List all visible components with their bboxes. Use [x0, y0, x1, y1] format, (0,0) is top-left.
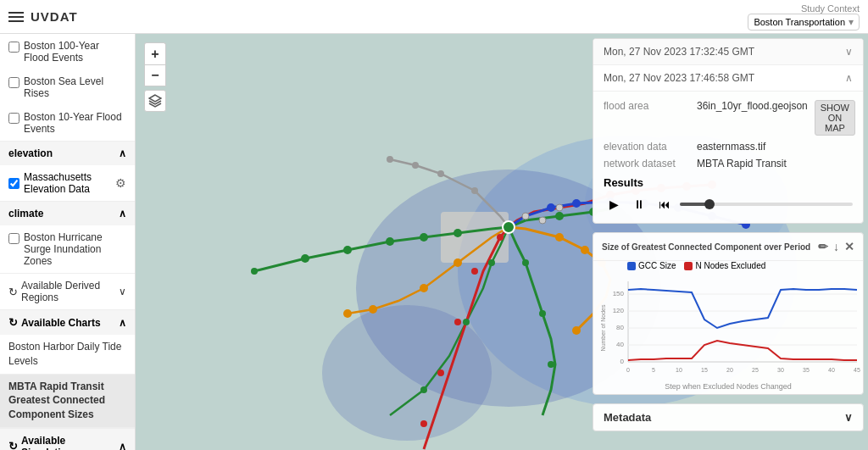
sidebar-chart-rapid-transit[interactable]: MBTA Rapid Transit Greatest Connected Co…	[0, 375, 135, 428]
sidebar-datasets-section: Boston 100-Year Flood Events Boston Sea …	[0, 34, 135, 142]
svg-point-25	[420, 284, 428, 292]
chevron-up-icon: ∧	[119, 147, 126, 159]
svg-point-28	[572, 326, 581, 335]
show-on-map-button[interactable]: SHOW ON MAP	[815, 100, 855, 136]
elevation-data-row: elevation data easternmass.tif	[604, 141, 853, 153]
svg-point-49	[412, 162, 419, 169]
chevron-up-icon: ∧	[119, 317, 126, 329]
study-context-select[interactable]: Boston Transportation ▾	[748, 14, 860, 31]
checkbox-boston-sea-level[interactable]	[8, 77, 19, 88]
svg-text:0: 0	[626, 367, 630, 373]
svg-text:80: 80	[616, 324, 624, 331]
svg-point-17	[488, 259, 495, 266]
legend-dot-nodes	[684, 262, 693, 270]
layers-button[interactable]	[144, 90, 166, 112]
svg-point-37	[437, 369, 444, 376]
study-context: Study Context Boston Transportation ▾	[748, 3, 860, 31]
results-header: Results	[604, 176, 853, 189]
svg-point-6	[386, 237, 394, 246]
svg-point-21	[555, 233, 564, 242]
svg-point-7	[420, 233, 428, 242]
sidebar-item-boston-sea-level[interactable]: Boston Sea Level Rises	[0, 69, 135, 105]
svg-point-46	[471, 187, 478, 194]
svg-text:5: 5	[652, 367, 655, 373]
zoom-out-button[interactable]: −	[144, 64, 166, 86]
svg-text:45: 45	[854, 367, 860, 373]
time-row-expanded[interactable]: Mon, 27 Nov 2023 17:46:58 GMT ∧	[593, 65, 863, 92]
svg-point-13	[343, 246, 352, 254]
svg-point-19	[420, 386, 427, 393]
svg-text:30: 30	[777, 367, 784, 373]
sidebar-chart-harbor-tide[interactable]: Boston Harbor Daily Tide Levels	[0, 335, 135, 375]
playback-controls: ▶ ⏸ ⏮	[604, 194, 853, 214]
chart-header-actions: ✏ ↓ ✕	[818, 240, 854, 253]
sidebar-charts-header[interactable]: ↻ Available Charts ∧	[0, 310, 135, 335]
svg-point-40	[572, 199, 581, 208]
svg-text:120: 120	[613, 307, 625, 314]
svg-point-18	[463, 319, 470, 325]
play-button[interactable]: ▶	[604, 194, 624, 214]
svg-text:25: 25	[752, 367, 759, 373]
sidebar-elevation-header[interactable]: elevation ∧	[0, 142, 135, 165]
topbar: UVDAT Study Context Boston Transportatio…	[0, 0, 868, 34]
gear-icon[interactable]: ⚙	[115, 176, 126, 190]
svg-point-24	[453, 258, 462, 267]
flood-area-row: flood area 36in_10yr_flood.geojson SHOW …	[604, 100, 853, 136]
svg-text:15: 15	[701, 367, 708, 373]
svg-point-39	[547, 203, 555, 212]
sidebar: Boston 100-Year Flood Events Boston Sea …	[0, 34, 136, 450]
svg-point-35	[471, 268, 478, 275]
svg-point-8	[453, 229, 462, 237]
refresh-icon: ↻	[8, 440, 18, 450]
download-icon[interactable]: ↓	[833, 240, 839, 253]
svg-point-12	[301, 254, 309, 263]
svg-point-38	[420, 420, 427, 427]
map-area[interactable]: + − Mon, 27 Nov 2023 17:32:45 GMT ∨ Mon,…	[136, 34, 868, 450]
sidebar-item-hurricane[interactable]: Boston Hurricane Surge Inundation Zones	[0, 225, 135, 273]
timeline-progress	[680, 203, 706, 206]
svg-point-10	[555, 212, 564, 220]
svg-text:20: 20	[726, 367, 733, 373]
time-row-collapsed[interactable]: Mon, 27 Nov 2023 17:32:45 GMT ∨	[593, 39, 863, 65]
checkbox-boston-10yr[interactable]	[8, 113, 19, 124]
chart-header: Size of Greatest Connected Component ove…	[593, 233, 863, 261]
checkbox-ma-elevation[interactable]	[8, 178, 19, 189]
hamburger-menu[interactable]	[8, 12, 24, 22]
timeline-bar[interactable]	[680, 203, 853, 206]
svg-point-52	[556, 204, 563, 211]
svg-point-14	[522, 259, 529, 266]
checkbox-hurricane[interactable]	[8, 233, 19, 244]
chevron-down-icon: ▾	[849, 16, 854, 28]
svg-point-36	[454, 319, 461, 325]
svg-text:0: 0	[620, 358, 625, 365]
app-title: UVDAT	[31, 9, 78, 24]
sidebar-item-boston-10yr[interactable]: Boston 10-Year Flood Events	[0, 105, 135, 141]
svg-text:10: 10	[676, 367, 682, 373]
svg-point-20	[251, 268, 258, 275]
svg-text:40: 40	[828, 367, 835, 373]
chevron-up-icon: ∧	[119, 441, 126, 450]
zoom-in-button[interactable]: +	[144, 42, 166, 64]
legend-nodes: N Nodes Excluded	[684, 261, 765, 270]
svg-point-27	[343, 309, 352, 318]
timeline-thumb	[704, 199, 715, 209]
sidebar-climate-section: climate ∧ Boston Hurricane Surge Inundat…	[0, 202, 135, 274]
pause-button[interactable]: ⏸	[629, 194, 649, 214]
checkbox-boston-100yr[interactable]	[8, 42, 19, 53]
pencil-icon[interactable]: ✏	[818, 240, 828, 253]
sidebar-item-boston-100yr[interactable]: Boston 100-Year Flood Events	[0, 34, 135, 69]
sidebar-derived-regions[interactable]: ↻ Available Derived Regions ∨	[0, 274, 135, 310]
sidebar-simulations-header[interactable]: ↻ Available Simulations ∧	[0, 429, 135, 450]
map-zoom-controls: + −	[144, 42, 166, 112]
sidebar-charts-section: ↻ Available Charts ∧ Boston Harbor Daily…	[0, 310, 135, 429]
svg-point-47	[437, 170, 444, 177]
chart-title: Size of Greatest Connected Component ove…	[602, 242, 810, 252]
close-icon[interactable]: ✕	[844, 240, 854, 253]
metadata-row[interactable]: Metadata ∨	[593, 403, 864, 431]
rewind-button[interactable]: ⏮	[654, 194, 675, 214]
time-detail: flood area 36in_10yr_flood.geojson SHOW …	[593, 92, 863, 223]
sidebar-climate-header[interactable]: climate ∧	[0, 202, 135, 225]
chart-body: 150 120 80 40 0 0 5 10 15 2	[593, 274, 863, 382]
study-context-label: Study Context	[801, 3, 860, 14]
refresh-icon: ↻	[8, 286, 18, 298]
